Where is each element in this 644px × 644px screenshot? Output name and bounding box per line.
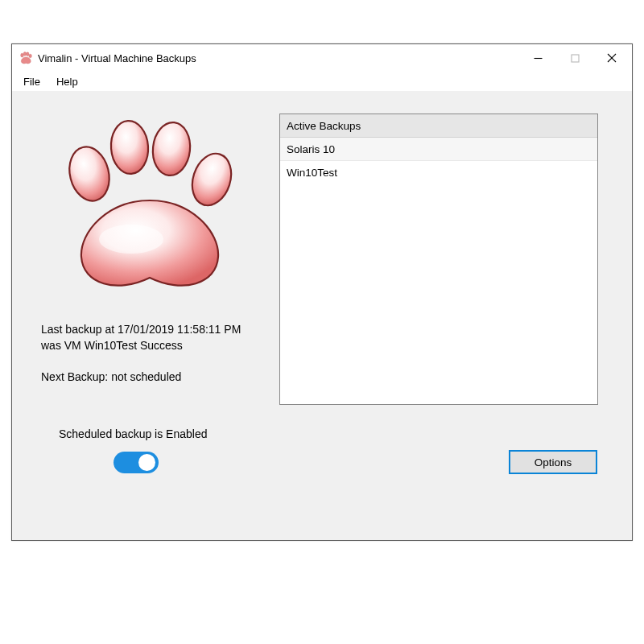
menu-file[interactable]: File [15, 74, 48, 89]
svg-point-0 [21, 53, 24, 57]
title-bar: Vimalin - Virtual Machine Backups [12, 44, 632, 72]
svg-point-9 [109, 119, 150, 175]
close-button[interactable] [593, 44, 630, 72]
svg-point-2 [27, 52, 29, 56]
minimize-button[interactable] [519, 44, 556, 72]
last-backup-line1: Last backup at 17/01/2019 11:58:11 PM [41, 321, 266, 337]
list-item[interactable]: Win10Test [280, 161, 597, 184]
svg-point-12 [99, 225, 163, 254]
svg-point-10 [151, 121, 193, 177]
svg-point-3 [29, 54, 31, 58]
maximize-button [556, 44, 593, 72]
menu-help[interactable]: Help [48, 74, 86, 89]
active-backups-panel: Active Backups Solaris 10 Win10Test [279, 114, 598, 405]
list-item[interactable]: Solaris 10 [280, 138, 597, 161]
toggle-knob [138, 454, 155, 471]
svg-point-8 [64, 142, 114, 205]
svg-point-1 [23, 52, 26, 56]
app-window: Vimalin - Virtual Machine Backups File H… [11, 43, 633, 541]
menu-bar: File Help [12, 72, 632, 91]
options-button[interactable]: Options [509, 450, 597, 474]
active-backups-header: Active Backups [280, 114, 597, 138]
svg-rect-5 [572, 55, 579, 62]
app-icon [19, 51, 33, 65]
status-text: Last backup at 17/01/2019 11:58:11 PM wa… [41, 321, 266, 385]
svg-point-11 [186, 149, 237, 211]
window-title: Vimalin - Virtual Machine Backups [38, 52, 519, 64]
client-area: Last backup at 17/01/2019 11:58:11 PM wa… [12, 91, 632, 540]
scheduled-backup-label: Scheduled backup is Enabled [59, 427, 207, 440]
last-backup-line2: was VM Win10Test Success [41, 337, 266, 353]
paw-logo [57, 114, 242, 299]
scheduled-backup-toggle[interactable] [114, 452, 159, 473]
next-backup: Next Backup: not scheduled [41, 369, 266, 385]
